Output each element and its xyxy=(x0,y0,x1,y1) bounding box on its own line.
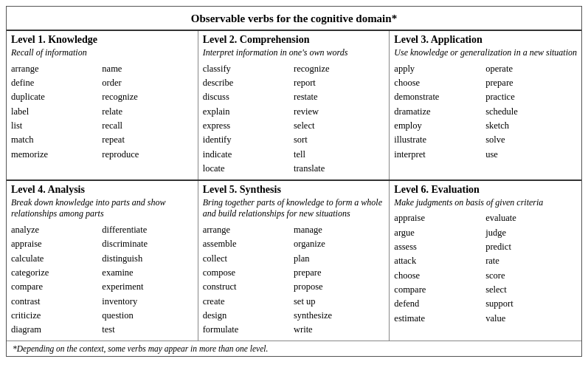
level2-subtitle: Interpret information in one's own words xyxy=(203,47,385,59)
level1-words: arrange define duplicate label list matc… xyxy=(11,62,193,162)
word: recognize xyxy=(294,62,384,76)
word: experiment xyxy=(102,280,193,294)
word: test xyxy=(102,323,193,337)
top-section: Level 1. Knowledge Recall of information… xyxy=(7,31,581,181)
word: formulate xyxy=(203,323,294,337)
word: compare xyxy=(394,283,485,297)
word: identify xyxy=(203,133,294,147)
word: set up xyxy=(294,295,384,309)
level2-words: classify describe discuss explain expres… xyxy=(203,62,385,177)
word: arrange xyxy=(203,223,294,237)
level5-subtitle: Bring together parts of knowledge to for… xyxy=(203,197,385,220)
level3-subtitle: Use knowledge or generalization in a new… xyxy=(394,47,577,59)
word: report xyxy=(294,76,384,90)
word: interpret xyxy=(394,148,485,162)
word: compose xyxy=(203,266,294,280)
word: schedule xyxy=(485,105,577,119)
word: dramatize xyxy=(394,105,485,119)
level3-col1: apply choose demonstrate dramatize emplo… xyxy=(394,62,485,162)
word: discuss xyxy=(203,90,294,104)
word: select xyxy=(294,119,384,133)
main-title: Observable verbs for the cognitive domai… xyxy=(7,7,581,31)
word: defend xyxy=(394,297,485,311)
word: repeat xyxy=(102,133,193,147)
word: recognize xyxy=(102,90,193,104)
level5-col1: arrange assemble collect compose constru… xyxy=(203,223,294,338)
word: sketch xyxy=(485,119,577,133)
word: relate xyxy=(102,105,193,119)
word: question xyxy=(102,309,193,323)
word: choose xyxy=(394,76,485,90)
level1-subtitle: Recall of information xyxy=(11,47,193,59)
word: duplicate xyxy=(11,90,102,104)
level6-col2: evaluate judge predict rate score select… xyxy=(485,211,577,326)
word: choose xyxy=(394,269,485,283)
word: appraise xyxy=(394,211,485,225)
word: demonstrate xyxy=(394,90,485,104)
word: illustrate xyxy=(394,133,485,147)
level4-header: Level 4. Analysis xyxy=(11,184,193,196)
word: diagram xyxy=(11,323,102,337)
level6-header: Level 6. Evaluation xyxy=(394,184,577,196)
word: indicate xyxy=(203,148,294,162)
word: prepare xyxy=(485,76,577,90)
word: design xyxy=(203,309,294,323)
word: solve xyxy=(485,133,577,147)
level2-col: Level 2. Comprehension Interpret informa… xyxy=(198,31,390,179)
word: analyze xyxy=(11,223,102,237)
word: classify xyxy=(203,62,294,76)
word: predict xyxy=(485,240,577,254)
word: name xyxy=(102,62,193,76)
word: explain xyxy=(203,105,294,119)
level4-subtitle: Break down knowledge into parts and show… xyxy=(11,197,193,220)
level3-col: Level 3. Application Use knowledge or ge… xyxy=(390,31,581,179)
word: memorize xyxy=(11,148,102,162)
word: estimate xyxy=(394,312,485,326)
word: reproduce xyxy=(102,148,193,162)
word: review xyxy=(294,105,384,119)
word: recall xyxy=(102,119,193,133)
word: list xyxy=(11,119,102,133)
word: plan xyxy=(294,252,384,266)
word: judge xyxy=(485,226,577,240)
word: practice xyxy=(485,90,577,104)
level5-words: arrange assemble collect compose constru… xyxy=(203,223,385,338)
word: label xyxy=(11,105,102,119)
word: arrange xyxy=(11,62,102,76)
level6-col: Level 6. Evaluation Make judgments on ba… xyxy=(390,181,581,341)
word: collect xyxy=(203,252,294,266)
word: appraise xyxy=(11,237,102,251)
level3-words: apply choose demonstrate dramatize emplo… xyxy=(394,62,577,162)
word: assess xyxy=(394,240,485,254)
word: construct xyxy=(203,280,294,294)
word: translate xyxy=(294,162,384,176)
level2-col2: recognize report restate review select s… xyxy=(294,62,384,177)
level5-col: Level 5. Synthesis Bring together parts … xyxy=(198,181,390,341)
word: propose xyxy=(294,280,384,294)
level6-subtitle: Make judgments on basis of given criteri… xyxy=(394,197,577,209)
main-container: Observable verbs for the cognitive domai… xyxy=(6,6,582,357)
level5-header: Level 5. Synthesis xyxy=(203,184,385,196)
level6-words: appraise argue assess attack choose comp… xyxy=(394,211,577,326)
word: assemble xyxy=(203,237,294,251)
word: differentiate xyxy=(102,223,193,237)
word: write xyxy=(294,323,384,337)
word: locate xyxy=(203,162,294,176)
word: examine xyxy=(102,266,193,280)
word: order xyxy=(102,76,193,90)
word: rate xyxy=(485,254,577,268)
level1-col1: arrange define duplicate label list matc… xyxy=(11,62,102,162)
word: inventory xyxy=(102,295,193,309)
level2-col1: classify describe discuss explain expres… xyxy=(203,62,294,177)
word: employ xyxy=(394,119,485,133)
word: evaluate xyxy=(485,211,577,225)
word: use xyxy=(485,148,577,162)
word: define xyxy=(11,76,102,90)
level3-header: Level 3. Application xyxy=(394,34,577,46)
word: discriminate xyxy=(102,237,193,251)
word: tell xyxy=(294,148,384,162)
word: describe xyxy=(203,76,294,90)
word: match xyxy=(11,133,102,147)
level4-col1: analyze appraise calculate categorize co… xyxy=(11,223,102,338)
level3-col2: operate prepare practice schedule sketch… xyxy=(485,62,577,162)
